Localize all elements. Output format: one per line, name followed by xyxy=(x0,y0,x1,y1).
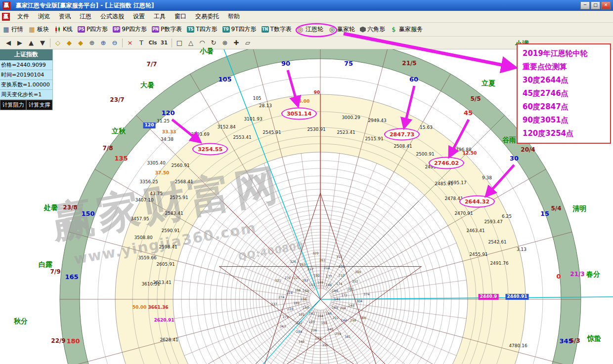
arc-tool-icon[interactable]: ◠ xyxy=(197,38,208,48)
dollar-icon: $ xyxy=(390,26,397,33)
panel-row-3: 周天变化步长=1 xyxy=(0,90,52,100)
infobox-line-5: 90度3051点 xyxy=(523,114,605,127)
menu-items: 文件浏览资讯江恩公式选股设置工具窗口交易委托帮助 xyxy=(13,11,244,22)
toolbar-item-label: 9T四方形 xyxy=(231,25,257,34)
toolbar-item-label: P数字表 xyxy=(161,25,182,34)
menu-item-7[interactable]: 窗口 xyxy=(170,11,191,22)
menu-item-1[interactable]: 浏览 xyxy=(34,11,54,22)
highlighted-value-2644.32: 2644.32 xyxy=(459,196,495,208)
panel-title: 上证指数 xyxy=(0,49,52,60)
menu-item-8[interactable]: 交易委托 xyxy=(191,11,223,22)
9t-square-icon: T9 xyxy=(222,26,230,33)
panel-button-1[interactable]: 计算支撑 xyxy=(26,100,52,110)
toolbar-item-label: 六角形 xyxy=(367,25,385,34)
blocks-icon: ▦ xyxy=(28,26,36,33)
calendar-icon[interactable]: 31 xyxy=(159,38,170,48)
toolbar-item-9T四方形[interactable]: T99T四方形 xyxy=(220,23,259,36)
gann-wheel-icon: ◎ xyxy=(297,26,304,33)
toolbar-item-六角形[interactable]: 六角形 xyxy=(357,23,388,36)
maximize-button[interactable]: □ xyxy=(591,1,600,9)
p-number-icon: PN xyxy=(152,26,159,33)
toolbar-item-K线[interactable]: K线 xyxy=(51,23,75,36)
menu-item-3[interactable]: 江恩 xyxy=(75,11,96,22)
toolbar-item-label: 赢家轮 xyxy=(337,25,355,34)
t-line-icon[interactable]: T xyxy=(136,38,147,48)
toolbar-item-label: 江恩轮 xyxy=(306,25,323,34)
toolbar-separator xyxy=(172,39,172,47)
diamond-outline-icon[interactable]: ◇ xyxy=(52,38,63,48)
menu-item-5[interactable]: 设置 xyxy=(129,11,149,22)
menu-item-9[interactable]: 帮助 xyxy=(223,11,244,22)
infobox-line-6: 120度3254点 xyxy=(523,127,605,140)
t-number-icon: TN xyxy=(262,26,269,33)
9p-square-icon: 9P xyxy=(113,26,120,33)
panel-row-0: 价格=2440.9099 xyxy=(0,60,52,70)
back-icon[interactable]: ◀ xyxy=(3,38,14,48)
annotation-infobox: 2019年江恩轮中轮重要点位测算30度2644点45度2746点60度2847点… xyxy=(517,43,611,144)
rect-tool-icon[interactable]: □ xyxy=(174,38,185,48)
window-title: 赢家江恩专业版[赢家服务平台] - [上证指数 江恩轮] xyxy=(16,1,154,10)
infobox-line-4: 60度2847点 xyxy=(523,100,605,114)
up-triangle-icon[interactable]: ▲ xyxy=(26,38,37,48)
highlighted-value-2847.73: 2847.73 xyxy=(384,128,420,141)
toolbar-item-label: T数字表 xyxy=(270,25,292,34)
toolbar-item-T数字表[interactable]: TNT数字表 xyxy=(259,23,294,36)
toolbar-item-label: 9P四方形 xyxy=(122,25,147,34)
winner-wheel-icon: ◎ xyxy=(328,26,336,33)
infobox-line-0: 2019年江恩轮中轮 xyxy=(523,47,605,60)
toolbar-item-板块[interactable]: ▦板块 xyxy=(26,23,51,36)
diamond-plus-icon[interactable]: ◆ xyxy=(75,38,86,48)
infobox-line-2: 30度2644点 xyxy=(523,74,605,87)
toolbar-item-P数字表[interactable]: PNP数字表 xyxy=(149,23,184,36)
zoom-out-icon[interactable]: ⊖ xyxy=(109,38,120,48)
toolbar-item-label: K线 xyxy=(63,25,73,34)
toolbar-item-T四方形[interactable]: TST四方形 xyxy=(184,23,219,36)
toolbar-item-行情[interactable]: ▦行情 xyxy=(0,23,26,36)
toolbar-item-label: 赢家服务 xyxy=(399,25,423,34)
menu-item-0[interactable]: 文件 xyxy=(13,11,34,22)
quote-table-icon: ▦ xyxy=(2,26,10,33)
toolbar-item-label: P四方形 xyxy=(87,25,108,34)
minimize-button[interactable]: ─ xyxy=(580,1,590,9)
menu-item-2[interactable]: 资讯 xyxy=(54,11,75,22)
menu-logo-icon: 赢 xyxy=(2,13,10,21)
kline-icon xyxy=(54,26,61,33)
filter-icon[interactable]: ▼ xyxy=(37,38,48,48)
close-button[interactable]: ✕ xyxy=(601,1,611,9)
toolbar-item-9P四方形[interactable]: 9P9P四方形 xyxy=(110,23,149,36)
toolbar-item-赢家服务[interactable]: $赢家服务 xyxy=(388,23,425,36)
polygon-tool-icon[interactable]: ▱ xyxy=(242,38,253,48)
panel-rows: 价格=2440.9099时间=20190104变换系数=1.00000周天变化步… xyxy=(0,60,52,100)
p-square-icon: PS xyxy=(78,26,85,33)
infobox-line-1: 重要点位测算 xyxy=(523,60,605,74)
app-window: { "window": { "title": "赢家江恩专业版[赢家服务平台] … xyxy=(0,0,613,364)
circle-x-icon[interactable]: ⊗ xyxy=(219,38,230,48)
forward-icon[interactable]: ▶ xyxy=(14,38,25,48)
infobox-line-3: 45度2746点 xyxy=(523,87,605,100)
toolbar-item-label: T四方形 xyxy=(196,25,217,34)
toolbar-item-江恩轮[interactable]: ◎江恩轮 xyxy=(294,23,326,36)
delete-icon[interactable]: × xyxy=(125,38,135,48)
cls-icon[interactable]: Cls xyxy=(147,38,158,48)
move-tool-icon[interactable]: ✚ xyxy=(231,38,242,48)
toolbar-separator xyxy=(50,39,50,47)
toolbar-item-label: 板块 xyxy=(37,25,49,34)
toolbar-separator xyxy=(122,39,123,47)
menu-item-4[interactable]: 公式选股 xyxy=(96,11,129,22)
panel-button-0[interactable]: 计算阻力 xyxy=(0,100,26,110)
menu-item-6[interactable]: 工具 xyxy=(149,11,170,22)
circle-plus-icon[interactable]: ⊕ xyxy=(87,38,97,48)
toolbar-item-P四方形[interactable]: PSP四方形 xyxy=(75,23,110,36)
rotate-tool-icon[interactable]: ↻ xyxy=(208,38,219,48)
zoom-in-icon[interactable]: ⊕ xyxy=(98,38,109,48)
app-logo-icon: 赢 xyxy=(2,1,10,9)
hexagon-icon xyxy=(360,27,366,33)
menu-bar: 赢 文件浏览资讯江恩公式选股设置工具窗口交易委托帮助 xyxy=(0,11,613,23)
toolbar-item-赢家轮[interactable]: ◎赢家轮 xyxy=(326,23,357,36)
triangle-tool-icon[interactable]: △ xyxy=(185,38,196,48)
title-bar: 赢 赢家江恩专业版[赢家服务平台] - [上证指数 江恩轮] ─ □ ✕ xyxy=(0,0,613,11)
highlighted-value-2746.02: 2746.02 xyxy=(429,157,464,169)
diamond-icon[interactable]: ◆ xyxy=(64,38,75,48)
highlighted-value-3051.14: 3051.14 xyxy=(281,108,317,120)
main-toolbar: ▦行情▦板块K线PSP四方形9P9P四方形PNP数字表TST四方形T99T四方形… xyxy=(0,23,613,37)
